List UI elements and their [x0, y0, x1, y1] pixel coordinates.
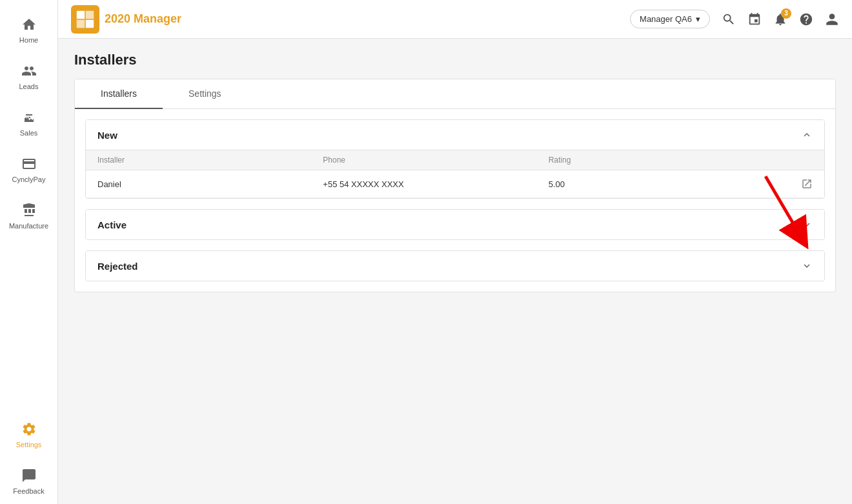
sidebar-item-leads-label: Leads — [19, 83, 39, 90]
cell-phone: +55 54 XXXXX XXXX — [323, 179, 548, 189]
settings-icon — [20, 420, 38, 438]
cell-installer: Daniel — [97, 179, 323, 189]
section-new: New Installer Phone Rating Daniel +55 54 — [85, 119, 825, 199]
open-record-icon[interactable] — [774, 178, 813, 190]
logo-text: 2020 Manager — [105, 12, 181, 26]
sidebar-item-cynclypay-label: CynclyPay — [12, 176, 46, 183]
search-icon-btn[interactable] — [722, 12, 736, 26]
sidebar-item-settings[interactable]: Settings — [0, 411, 57, 458]
leads-icon — [20, 62, 38, 80]
cell-rating: 5.00 — [549, 179, 774, 189]
calendar-icon-btn[interactable] — [747, 12, 762, 26]
section-rejected-header[interactable]: Rejected — [86, 251, 824, 281]
header-right: Manager QA6 ▾ 3 — [630, 10, 839, 28]
col-rating: Rating — [549, 156, 774, 165]
sales-icon — [20, 108, 38, 126]
section-active-header[interactable]: Active — [86, 210, 824, 239]
feedback-icon — [20, 467, 38, 485]
sidebar-item-sales-label: Sales — [20, 129, 38, 137]
cynclypay-icon — [20, 155, 38, 173]
tab-settings[interactable]: Settings — [163, 79, 247, 109]
sidebar-item-feedback[interactable]: Feedback — [0, 458, 57, 504]
sidebar-item-manufacture[interactable]: Manufacture — [0, 192, 57, 239]
chevron-down-icon-rejected — [801, 260, 813, 272]
notification-icon-btn[interactable]: 3 — [773, 12, 787, 26]
section-new-title: New — [97, 130, 117, 141]
main-card: Installers Settings New Installer Phone — [74, 79, 836, 292]
logo-box — [71, 5, 99, 34]
svg-rect-4 — [86, 20, 94, 28]
logo-icon — [75, 9, 96, 30]
content-area: Installers Installers Settings New Ins — [58, 39, 852, 504]
section-new-header[interactable]: New — [86, 120, 824, 150]
section-new-content: Installer Phone Rating Daniel +55 54 XXX… — [86, 150, 824, 198]
notification-badge: 3 — [781, 8, 791, 19]
manager-label: Manager QA6 — [640, 14, 692, 24]
table-row: Daniel +55 54 XXXXX XXXX 5.00 — [86, 170, 824, 198]
svg-rect-3 — [77, 20, 85, 28]
tab-installers[interactable]: Installers — [75, 79, 163, 109]
col-action — [774, 156, 813, 165]
chevron-down-icon — [801, 219, 813, 230]
top-header: 2020 Manager Manager QA6 ▾ 3 — [58, 0, 852, 39]
page-title: Installers — [74, 52, 836, 68]
sidebar-item-sales[interactable]: Sales — [0, 99, 57, 146]
tabs-bar: Installers Settings — [75, 79, 835, 109]
sidebar-item-feedback-label: Feedback — [13, 487, 44, 495]
sidebar-item-cynclypay[interactable]: CynclyPay — [0, 146, 57, 192]
table-header: Installer Phone Rating — [86, 150, 824, 170]
sidebar-item-leads[interactable]: Leads — [0, 53, 57, 99]
logo-area: 2020 Manager — [71, 5, 181, 34]
home-icon — [20, 15, 38, 34]
logo-suffix: Manager — [130, 12, 181, 25]
sidebar-item-home[interactable]: Home — [0, 6, 57, 53]
dropdown-arrow-icon: ▾ — [696, 14, 700, 24]
chevron-up-icon — [801, 129, 813, 141]
section-rejected: Rejected — [85, 250, 825, 281]
manufacture-icon — [20, 201, 38, 219]
user-icon-btn[interactable] — [825, 12, 839, 26]
col-installer: Installer — [97, 156, 323, 165]
svg-rect-2 — [86, 11, 94, 19]
logo-prefix: 2020 — [105, 12, 130, 25]
sidebar-item-home-label: Home — [19, 36, 38, 44]
section-active-title: Active — [97, 219, 127, 230]
help-icon-btn[interactable] — [799, 12, 813, 26]
sidebar: Home Leads Sales CynclyPay — [0, 0, 58, 504]
manager-dropdown[interactable]: Manager QA6 ▾ — [630, 10, 710, 28]
section-rejected-title: Rejected — [97, 261, 138, 272]
svg-rect-1 — [77, 11, 85, 19]
sections-container: New Installer Phone Rating Daniel +55 54 — [75, 119, 835, 281]
col-phone: Phone — [323, 156, 548, 165]
sidebar-item-settings-label: Settings — [16, 441, 42, 449]
section-active: Active — [85, 209, 825, 240]
sidebar-item-manufacture-label: Manufacture — [9, 222, 48, 230]
main-area: 2020 Manager Manager QA6 ▾ 3 — [58, 0, 852, 504]
